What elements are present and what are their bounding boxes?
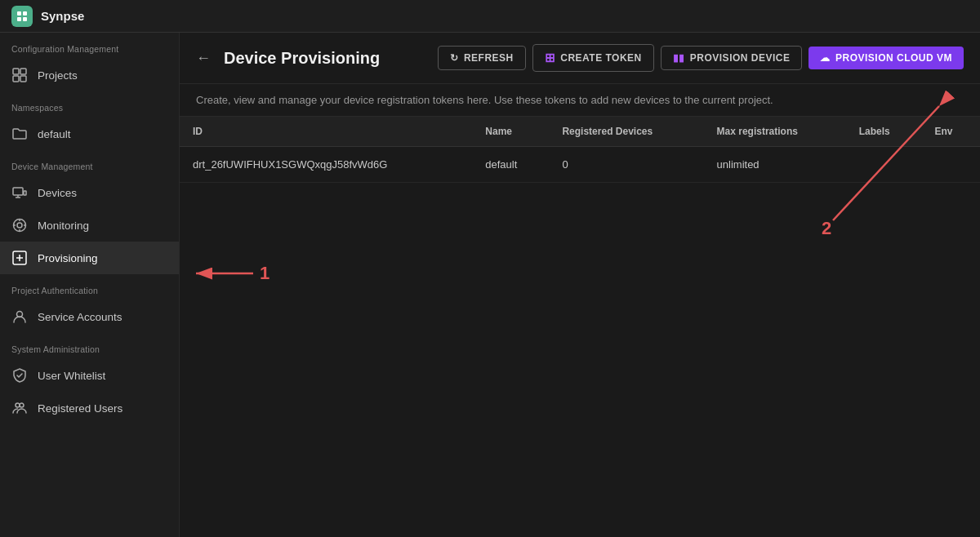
header-actions: ↻ REFRESH ⊞ CREATE TOKEN ▮▮ PROVISION DE… [438,44,964,72]
sidebar-item-projects[interactable]: Projects [0,59,179,91]
col-registered-devices: Registered Devices [549,117,703,147]
sidebar-item-monitoring-label: Monitoring [38,220,89,232]
svg-rect-1 [23,11,27,16]
svg-rect-3 [23,17,27,21]
cell-registered-devices: 0 [549,147,703,183]
sidebar-item-registered-users-label: Registered Users [38,402,122,415]
sidebar-item-provisioning-label: Provisioning [38,252,98,264]
col-max-registrations: Max registrations [704,117,846,147]
sidebar-item-provisioning[interactable]: Provisioning [0,242,179,274]
sidebar: Configuration Management Projects Namesp… [0,33,180,537]
svg-point-13 [17,223,22,228]
provision-device-button[interactable]: ▮▮ PROVISION DEVICE [661,46,803,70]
col-name: Name [472,117,549,147]
users-icon [11,400,28,416]
sidebar-item-default[interactable]: default [0,118,179,150]
svg-point-23 [20,403,24,407]
topbar: Synpse [0,0,980,33]
svg-rect-5 [20,69,26,74]
svg-rect-11 [24,191,26,195]
cell-env [921,147,980,183]
table-row[interactable]: drt_26fUWIFHUX1SGWQxqgJ58fvWd6G default … [180,147,980,183]
cell-id: drt_26fUWIFHUX1SGWQxqgJ58fvWd6G [180,147,472,183]
section-label-config: Configuration Management [0,33,179,59]
cell-max-registrations: unlimited [704,147,846,183]
app-title: Synpse [41,9,84,23]
sidebar-item-default-label: default [38,128,71,140]
svg-rect-2 [17,17,21,21]
provision-device-icon: ▮▮ [673,52,685,64]
tokens-table: ID Name Registered Devices Max registrat… [180,117,980,183]
content: ← Device Provisioning ↻ REFRESH ⊞ CREATE… [180,33,980,537]
sidebar-item-devices-label: Devices [38,187,77,199]
sidebar-item-monitoring[interactable]: Monitoring [0,209,179,242]
svg-rect-7 [20,76,26,82]
sidebar-item-service-accounts[interactable]: Service Accounts [0,300,179,333]
col-id: ID [180,117,472,147]
provision-cloud-vm-button[interactable]: ☁ PROVISION CLOUD VM [808,47,964,69]
cell-name: default [472,147,549,183]
provisioning-icon [11,250,28,266]
cloud-icon: ☁ [820,52,831,64]
devices-icon [11,184,28,201]
svg-rect-0 [17,11,21,16]
shield-icon [11,367,28,384]
sidebar-item-user-whitelist[interactable]: User Whitelist [0,359,179,392]
section-label-proj-auth: Project Authentication [0,274,179,300]
col-env: Env [921,117,980,147]
main-layout: Configuration Management Projects Namesp… [0,33,980,537]
refresh-icon: ↻ [450,52,459,64]
page-title: Device Provisioning [224,49,425,68]
content-description: Create, view and manage your device regi… [180,84,980,117]
folder-icon [11,126,28,142]
sidebar-item-projects-label: Projects [38,69,78,82]
table-header-row: ID Name Registered Devices Max registrat… [180,117,980,147]
create-token-button[interactable]: ⊞ CREATE TOKEN [532,44,654,72]
col-labels: Labels [846,117,922,147]
content-header: ← Device Provisioning ↻ REFRESH ⊞ CREATE… [180,33,980,84]
content-wrapper: ← Device Provisioning ↻ REFRESH ⊞ CREATE… [180,33,980,537]
sidebar-item-devices[interactable]: Devices [0,176,179,209]
svg-rect-4 [13,69,19,74]
section-label-namespaces: Namespaces [0,91,179,118]
sidebar-item-service-accounts-label: Service Accounts [38,311,122,323]
section-label-device-mgmt: Device Management [0,150,179,176]
app-logo [11,6,33,27]
create-token-icon: ⊞ [545,51,556,65]
refresh-button[interactable]: ↻ REFRESH [438,46,525,70]
svg-rect-6 [13,76,19,82]
table-container: ID Name Registered Devices Max registrat… [180,117,980,537]
section-label-sys-admin: System Administration [0,333,179,359]
back-button[interactable]: ← [196,50,211,67]
accounts-icon [11,308,28,325]
sidebar-item-user-whitelist-label: User Whitelist [38,370,105,382]
grid-icon [11,67,28,83]
cell-labels [846,147,922,183]
monitoring-icon [11,217,28,233]
sidebar-item-registered-users[interactable]: Registered Users [0,392,179,424]
svg-rect-8 [13,188,23,195]
